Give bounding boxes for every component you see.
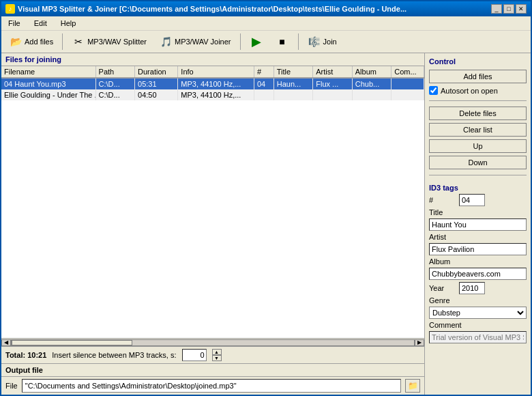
- minimize-button[interactable]: _: [491, 4, 502, 14]
- join-button[interactable]: 🎼 Join: [303, 33, 342, 51]
- output-file-row: File 📁: [1, 376, 424, 395]
- col-info: Info: [178, 66, 254, 78]
- id3-title-input-row: [429, 218, 527, 231]
- files-header: Files for joining: [1, 53, 424, 66]
- separator-3: [298, 33, 299, 50]
- scrollbar-area: ◀ ▶: [1, 338, 424, 346]
- silence-spinner[interactable]: ▲ ▼: [212, 349, 222, 361]
- table-cell: 05:31: [135, 78, 178, 89]
- table-cell: 04 Haunt You.mp3: [1, 78, 95, 89]
- table-cell: [274, 89, 313, 100]
- id3-divider: [429, 175, 527, 175]
- id3-title: ID3 tags: [429, 184, 527, 192]
- clear-list-button[interactable]: Clear list: [429, 123, 527, 137]
- close-button[interactable]: ✕: [516, 4, 527, 14]
- stop-button[interactable]: ■: [271, 33, 294, 51]
- table-cell: [391, 89, 424, 100]
- id3-number-input[interactable]: [459, 194, 485, 206]
- main-content: Files for joining Filename Path Duration…: [1, 53, 531, 395]
- add-files-label: Add files: [25, 38, 53, 46]
- splitter-icon: ✂: [72, 35, 85, 48]
- main-window: ♪ Visual MP3 Splitter & Joiner [C:\Docum…: [0, 0, 532, 396]
- scroll-left-button[interactable]: ◀: [1, 339, 11, 346]
- splitter-button[interactable]: ✂ MP3/WAV Splitter: [67, 33, 151, 51]
- id3-genre-label: Genre: [429, 296, 456, 305]
- autosort-checkbox[interactable]: [429, 86, 438, 95]
- table-cell: Haun...: [274, 78, 313, 89]
- col-album: Album: [352, 66, 391, 78]
- id3-comment-input[interactable]: [429, 331, 527, 343]
- menu-edit[interactable]: Edit: [30, 18, 51, 29]
- table-row[interactable]: Ellie Goulding - Under The ...C:\D...04:…: [1, 89, 424, 100]
- id3-genre-input-row: Dubstep Rock Pop Electronic: [429, 307, 527, 319]
- table-cell: Ellie Goulding - Under The ...: [1, 89, 95, 100]
- spin-down-button[interactable]: ▼: [212, 355, 222, 361]
- file-label: File: [5, 382, 18, 390]
- spin-up-button[interactable]: ▲: [212, 349, 222, 355]
- files-header-text: Files for joining: [5, 55, 61, 63]
- col-number: #: [254, 66, 274, 78]
- file-table[interactable]: Filename Path Duration Info # Title Arti…: [1, 66, 424, 338]
- maximize-button[interactable]: □: [503, 4, 514, 14]
- autosort-row: Autosort on open: [429, 86, 527, 95]
- id3-artist-input[interactable]: [429, 243, 527, 255]
- table-cell: [352, 89, 391, 100]
- id3-number-label: #: [429, 196, 456, 204]
- control-divider: [429, 100, 527, 101]
- output-file-input[interactable]: [22, 379, 401, 393]
- join-icon: 🎼: [308, 35, 321, 48]
- id3-genre-row: Genre: [429, 296, 527, 305]
- delete-files-button[interactable]: Delete files: [429, 107, 527, 120]
- separator-1: [62, 33, 63, 50]
- add-files-toolbar-button[interactable]: 📂 Add files: [4, 33, 58, 51]
- id3-artist-row: Artist: [429, 233, 527, 241]
- horizontal-scrollbar[interactable]: [11, 339, 415, 346]
- id3-title-input[interactable]: [429, 218, 527, 231]
- table-cell: 04: [254, 78, 274, 89]
- id3-year-input[interactable]: [459, 282, 485, 294]
- menu-help[interactable]: Help: [57, 18, 80, 29]
- window-title: Visual MP3 Splitter & Joiner [C:\Documen…: [18, 5, 407, 13]
- joiner-label: MP3/WAV Joiner: [175, 38, 231, 46]
- files-table: Filename Path Duration Info # Title Arti…: [1, 66, 424, 100]
- title-bar-buttons: _ □ ✕: [491, 4, 527, 14]
- table-row[interactable]: 04 Haunt You.mp3C:\D...05:31MP3, 44100 H…: [1, 78, 424, 89]
- join-label: Join: [323, 38, 337, 46]
- scroll-right-button[interactable]: ▶: [415, 339, 424, 346]
- id3-comment-row: Comment: [429, 321, 527, 329]
- scrollbar-thumb[interactable]: [12, 340, 132, 345]
- col-duration: Duration: [135, 66, 178, 78]
- browse-button[interactable]: 📁: [405, 379, 420, 393]
- table-cell: [254, 89, 274, 100]
- silence-input[interactable]: [182, 349, 207, 361]
- control-add-files-button[interactable]: Add files: [429, 70, 527, 83]
- table-cell: Flux ...: [313, 78, 353, 89]
- play-button[interactable]: ▶: [245, 33, 268, 51]
- id3-album-label: Album: [429, 257, 456, 266]
- table-cell: MP3, 44100 Hz,...: [178, 89, 254, 100]
- title-bar: ♪ Visual MP3 Splitter & Joiner [C:\Docum…: [1, 1, 531, 16]
- id3-album-row: Album: [429, 257, 527, 266]
- separator-2: [240, 33, 241, 50]
- table-cell: [391, 78, 424, 89]
- id3-comment-label: Comment: [429, 321, 456, 329]
- col-filename: Filename: [1, 66, 95, 78]
- down-button[interactable]: Down: [429, 156, 527, 169]
- left-panel: Files for joining Filename Path Duration…: [1, 53, 425, 395]
- silence-label: Insert silence between MP3 tracks, s:: [52, 351, 176, 359]
- up-button[interactable]: Up: [429, 139, 527, 153]
- menu-file[interactable]: File: [4, 18, 25, 29]
- add-files-icon: 📂: [9, 35, 23, 48]
- id3-year-label: Year: [429, 284, 456, 292]
- id3-year-row: Year: [429, 282, 527, 294]
- joiner-button[interactable]: 🎵 MP3/WAV Joiner: [154, 33, 236, 51]
- col-artist: Artist: [313, 66, 353, 78]
- toolbar: 📂 Add files ✂ MP3/WAV Splitter 🎵 MP3/WAV…: [1, 31, 531, 53]
- table-cell: C:\D...: [95, 78, 135, 89]
- right-panel: Control Add files Autosort on open Delet…: [425, 53, 531, 395]
- id3-genre-select[interactable]: Dubstep Rock Pop Electronic: [429, 307, 527, 319]
- id3-album-input-row: [429, 268, 527, 280]
- id3-number-row: #: [429, 194, 527, 206]
- output-file-label: Output file: [5, 366, 43, 374]
- id3-album-input[interactable]: [429, 268, 527, 280]
